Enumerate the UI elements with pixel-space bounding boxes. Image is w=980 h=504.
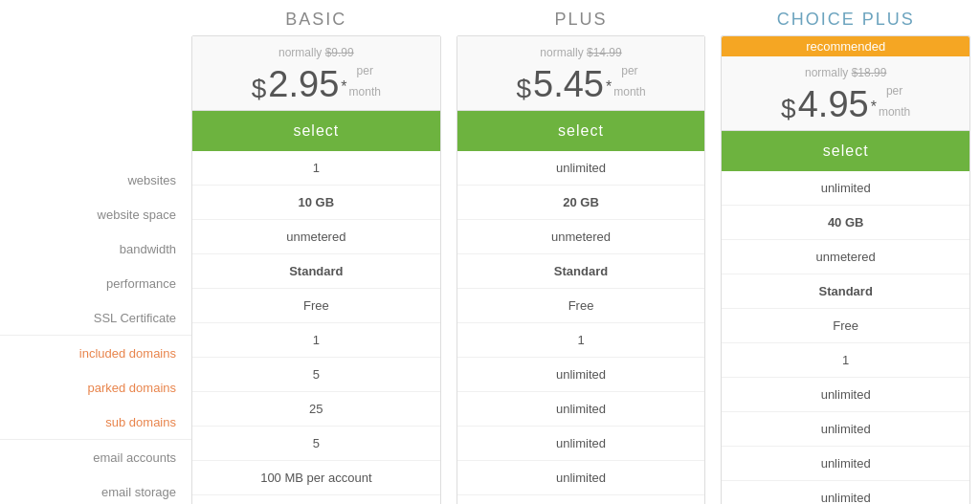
plan-plus-price-box: normally $14.99 $ 5.45 * permonth [457,36,705,111]
plan-basic-title: BASIC [191,10,441,35]
choice-ssl: Free [722,309,969,343]
plan-choice-plus-title: CHOICE PLUS [721,10,970,35]
plans-area: BASIC normally $9.99 $ 2.95 * permonth s… [191,10,980,504]
basic-email-storage: 100 MB per account [192,461,440,495]
label-websites: websites [0,163,191,197]
plan-choice-plus-dollar: $ [781,96,796,122]
plan-basic-normally: normally $9.99 [202,46,431,59]
plan-plus-star: * [606,72,612,102]
label-ssl-certificate: SSL Certificate [0,300,191,335]
plan-basic-header: BASIC [191,10,441,35]
plan-plus-normally: normally $14.99 [467,46,696,59]
choice-email-accounts: unlimited [722,447,969,481]
plan-choice-plus-card: recommended normally $18.99 $ 4.95 * per… [721,35,970,504]
plan-plus-dollar: $ [516,76,531,102]
plan-plus-title: PLUS [457,10,706,35]
plus-email-storage: unlimited [457,461,705,495]
plan-basic-amount: 2.95 [268,66,339,102]
plus-performance: Standard [457,254,705,289]
plan-choice-plus-star: * [871,92,877,122]
plus-sub-domains: unlimited [457,392,705,427]
label-email-accounts: email accounts [0,440,191,474]
label-bandwidth: bandwidth [0,231,191,266]
plan-choice-plus-header: CHOICE PLUS [721,10,970,35]
plan-basic-price-box: normally $9.99 $ 2.95 * permonth [192,36,440,111]
features-group-2: included domains parked domains sub doma… [0,335,191,439]
basic-included-domains: 1 [192,323,440,358]
plan-plus-header: PLUS [457,10,706,35]
label-website-space: website space [0,197,191,231]
basic-performance: Standard [192,254,440,289]
plus-website-space: 20 GB [457,186,705,220]
plus-parked-domains: unlimited [457,358,705,392]
plus-websites: unlimited [457,151,705,186]
plan-choice-plus: CHOICE PLUS recommended normally $18.99 … [721,10,970,504]
plan-plus-price-line: $ 5.45 * permonth [467,61,696,102]
label-sub-domains: sub domains [0,405,191,439]
features-group-1: websites website space bandwidth perform… [0,163,191,335]
plan-plus-amount: 5.45 [533,66,604,102]
plan-plus: PLUS normally $14.99 $ 5.45 * permonth s… [457,10,706,504]
plus-marketing: $200 included [457,495,705,504]
plan-basic-card: normally $9.99 $ 2.95 * permonth select … [191,35,441,504]
choice-website-space: 40 GB [722,206,969,240]
choice-included-domains: 1 [722,343,969,378]
label-email-storage: email storage [0,474,191,504]
basic-marketing: — [192,495,440,504]
basic-bandwidth: unmetered [192,220,440,254]
label-parked-domains: parked domains [0,370,191,405]
choice-sub-domains: unlimited [722,412,969,447]
features-group-3: email accounts email storage [0,439,191,504]
basic-email-accounts: 5 [192,427,440,461]
plan-basic: BASIC normally $9.99 $ 2.95 * permonth s… [191,10,441,504]
plan-plus-card: normally $14.99 $ 5.45 * permonth select… [457,35,706,504]
basic-sub-domains: 25 [192,392,440,427]
plus-included-domains: 1 [457,323,705,358]
plan-choice-plus-amount: 4.95 [798,86,869,122]
basic-websites: 1 [192,151,440,186]
plus-ssl: Free [457,289,705,323]
basic-website-space: 10 GB [192,186,440,220]
basic-parked-domains: 5 [192,358,440,392]
plan-basic-dollar: $ [252,76,267,102]
plan-plus-select-btn[interactable]: select [457,111,705,151]
label-performance: performance [0,266,191,300]
plan-basic-select-btn[interactable]: select [192,111,440,151]
plan-choice-plus-select-btn[interactable]: select [722,131,969,171]
label-included-domains: included domains [0,336,191,370]
choice-performance: Standard [722,274,969,309]
plan-basic-features: 1 10 GB unmetered Standard Free 1 5 25 5… [192,151,440,504]
plan-choice-plus-price-box: normally $18.99 $ 4.95 * permonth [722,56,969,131]
plus-email-accounts: unlimited [457,427,705,461]
plan-plus-per: permonth [613,61,645,102]
labels-column: websites website space bandwidth perform… [0,10,191,504]
choice-email-storage: unlimited [722,481,969,504]
plan-plus-features: unlimited 20 GB unmetered Standard Free … [457,151,705,504]
plan-choice-plus-price-line: $ 4.95 * permonth [731,81,960,122]
plan-basic-per: permonth [349,61,381,102]
choice-bandwidth: unmetered [722,240,969,274]
basic-ssl: Free [192,289,440,323]
recommended-badge: recommended [722,36,969,56]
plan-basic-star: * [341,72,346,102]
plan-choice-plus-features: unlimited 40 GB unmetered Standard Free … [722,171,969,504]
pricing-table: websites website space bandwidth perform… [0,0,980,504]
plan-choice-plus-normally: normally $18.99 [731,66,960,79]
plan-choice-plus-per: permonth [879,81,910,122]
plan-basic-price-line: $ 2.95 * permonth [202,61,431,102]
plus-bandwidth: unmetered [457,220,705,254]
choice-websites: unlimited [722,171,969,206]
choice-parked-domains: unlimited [722,378,969,412]
